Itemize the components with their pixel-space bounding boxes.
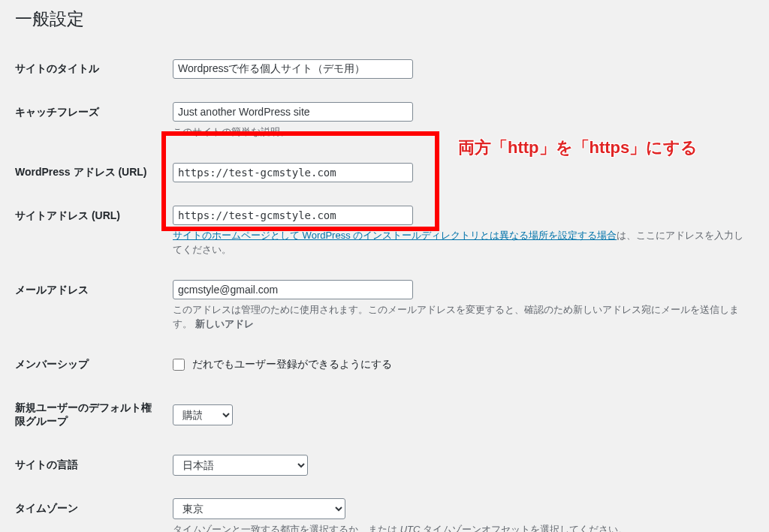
label-site-title: サイトのタイトル — [15, 47, 165, 91]
site-url-input[interactable] — [173, 206, 413, 225]
label-site-lang: サイトの言語 — [15, 443, 165, 487]
wp-url-input[interactable] — [173, 163, 413, 182]
label-default-role: 新規ユーザーのデフォルト権限グループ — [15, 386, 165, 443]
label-email: メールアドレス — [15, 269, 165, 343]
timezone-select[interactable]: 東京 — [173, 498, 345, 519]
timezone-desc1: タイムゾーンと一致する都市を選択するか、または UTC タイムゾーンオフセットを… — [173, 522, 746, 533]
label-wp-url: WordPress アドレス (URL) — [15, 151, 165, 194]
tz-desc1-a: タイムゾーンと一致する都市を選択するか、または — [173, 524, 400, 533]
annotation-text: 両方「http」を「https」にする — [458, 137, 698, 159]
email-input[interactable] — [173, 280, 413, 299]
email-desc-text: このアドレスは管理のために使用されます。このメールアドレスを変更すると、確認のた… — [173, 304, 739, 330]
tagline-input[interactable] — [173, 102, 413, 122]
label-site-url: サイトアドレス (URL) — [15, 194, 165, 269]
tz-desc1-b: タイムゾーンオフセットを選択してください。 — [420, 524, 628, 533]
email-description: このアドレスは管理のために使用されます。このメールアドレスを変更すると、確認のた… — [173, 302, 746, 332]
label-membership: メンバーシップ — [15, 343, 165, 386]
email-desc-bold: 新しいアドレ — [195, 318, 254, 329]
settings-form-table: サイトのタイトル キャッチフレーズ このサイトの簡単な説明。 WordPress… — [15, 47, 754, 532]
membership-checkbox[interactable] — [173, 359, 185, 371]
page-title: 一般設定 — [15, 8, 754, 34]
membership-checkbox-wrap[interactable]: だれでもユーザー登録ができるようにする — [173, 358, 392, 370]
site-title-input[interactable] — [173, 59, 413, 79]
label-tagline: キャッチフレーズ — [15, 91, 165, 151]
site-lang-select[interactable]: 日本語 — [173, 455, 308, 476]
tz-desc1-italic: UTC — [400, 524, 421, 533]
default-role-select[interactable]: 購読者 — [173, 404, 233, 425]
label-timezone: タイムゾーン — [15, 487, 165, 533]
membership-checkbox-label: だれでもユーザー登録ができるようにする — [192, 358, 392, 370]
site-url-description: サイトのホームページとして WordPress のインストールディレクトリとは異… — [173, 228, 746, 257]
site-url-help-link[interactable]: サイトのホームページとして WordPress のインストールディレクトリとは異… — [173, 230, 617, 241]
